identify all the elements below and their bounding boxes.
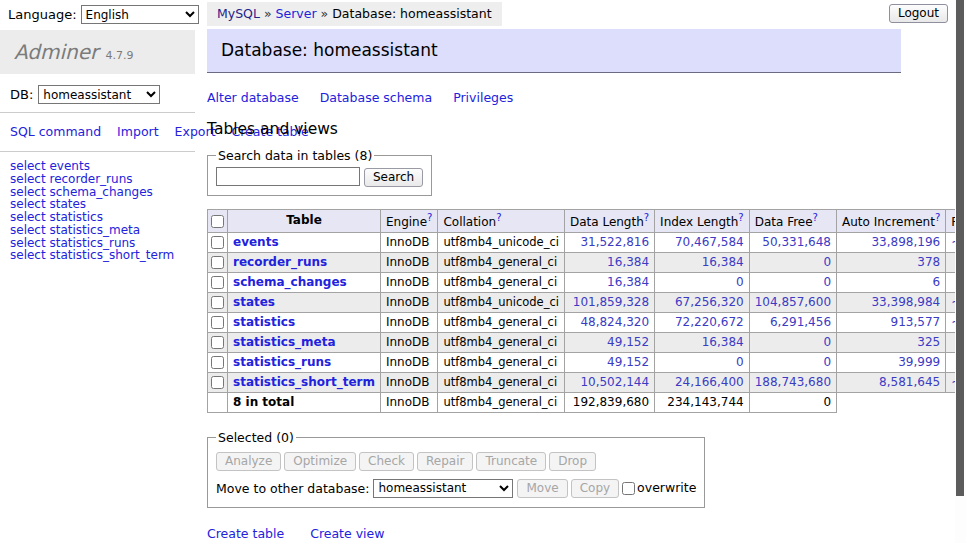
create-table-link[interactable]: Create table xyxy=(207,526,284,541)
row-checkbox[interactable] xyxy=(211,276,224,289)
table-row: statistics_runs InnoDB utf8mb4_general_c… xyxy=(208,352,966,372)
table-total-row: 8 in total InnoDB utf8mb4_general_ci 192… xyxy=(208,392,966,412)
page-title: Database: homeassistant xyxy=(207,29,901,73)
language-select[interactable]: English xyxy=(81,5,199,24)
db-selector-row: DB:homeassistant xyxy=(0,74,195,112)
table-row: events InnoDB utf8mb4_unicode_ci 31,522,… xyxy=(208,232,966,252)
logout-button[interactable]: Logout xyxy=(889,4,948,23)
table-header-row: Table Engine? Collation? Data Length? In… xyxy=(208,209,966,232)
main-content: MySQL»Server»Database: homeassistant Dat… xyxy=(207,0,901,543)
sidebar-item-select-statistics-short-term[interactable]: select statistics_short_term xyxy=(10,249,185,262)
tables-overview-table: Table Engine? Collation? Data Length? In… xyxy=(207,209,966,413)
breadcrumb-separator: » xyxy=(321,6,329,21)
create-view-link[interactable]: Create view xyxy=(310,526,384,541)
database-action-links: Alter databaseDatabase schemaPrivileges xyxy=(207,90,901,105)
help-link[interactable]: ? xyxy=(935,212,940,223)
column-header-table: Table xyxy=(228,209,381,232)
search-fieldset: Search data in tables (8) Search xyxy=(207,148,432,196)
select-all-checkbox[interactable] xyxy=(211,215,224,228)
row-checkbox[interactable] xyxy=(211,256,224,269)
table-name-link[interactable]: statistics_runs xyxy=(233,355,331,369)
sidebar-actions: SQL commandImportExportCreate table xyxy=(0,113,195,151)
adminer-logo: Adminer xyxy=(14,40,98,64)
breadcrumb-mysql-link[interactable]: MySQL xyxy=(217,6,260,21)
move-button[interactable]: Move xyxy=(517,479,567,498)
row-checkbox[interactable] xyxy=(211,336,224,349)
sidebar-table-list: select events select recorder_runs selec… xyxy=(0,152,195,270)
column-header-collation: Collation? xyxy=(438,209,565,232)
database-schema-link[interactable]: Database schema xyxy=(320,90,432,105)
alter-database-link[interactable]: Alter database xyxy=(207,90,299,105)
breadcrumb: MySQL»Server»Database: homeassistant xyxy=(207,2,502,26)
tables-and-views-heading: Tables and views xyxy=(207,120,901,138)
repair-button[interactable]: Repair xyxy=(417,452,473,471)
brand-band: Adminer 4.7.9 xyxy=(0,30,195,74)
overwrite-checkbox[interactable] xyxy=(622,482,635,495)
adminer-version: 4.7.9 xyxy=(105,49,133,62)
sidebar-link-sql-command[interactable]: SQL command xyxy=(10,124,101,139)
table-row: statistics_meta InnoDB utf8mb4_general_c… xyxy=(208,332,966,352)
move-row: Move to other database:homeassistantMove… xyxy=(216,479,696,499)
column-header-auto-increment: Auto Increment? xyxy=(837,209,946,232)
analyze-button[interactable]: Analyze xyxy=(216,452,281,471)
table-name-link[interactable]: recorder_runs xyxy=(233,255,327,269)
help-link[interactable]: ? xyxy=(496,212,501,223)
table-row: statistics_short_term InnoDB utf8mb4_gen… xyxy=(208,372,966,392)
sidebar-item-select-recorder-runs[interactable]: select recorder_runs xyxy=(10,173,185,186)
sidebar-item-select-statistics[interactable]: select statistics xyxy=(10,211,185,224)
table-row: schema_changes InnoDB utf8mb4_general_ci… xyxy=(208,272,966,292)
db-select[interactable]: homeassistant xyxy=(38,85,160,104)
truncate-button[interactable]: Truncate xyxy=(476,452,546,471)
column-header-engine: Engine? xyxy=(380,209,437,232)
breadcrumb-current: Database: homeassistant xyxy=(332,6,491,21)
optimize-button[interactable]: Optimize xyxy=(284,452,356,471)
select-all-cell xyxy=(208,209,228,232)
language-label: Language: xyxy=(8,7,77,22)
row-checkbox[interactable] xyxy=(211,236,224,249)
table-row: statistics InnoDB utf8mb4_general_ci 48,… xyxy=(208,312,966,332)
move-db-select[interactable]: homeassistant xyxy=(373,479,513,498)
help-link[interactable]: ? xyxy=(644,212,649,223)
search-button[interactable]: Search xyxy=(364,168,423,187)
scrollbar-thumb[interactable] xyxy=(956,0,964,496)
row-checkbox[interactable] xyxy=(211,296,224,309)
help-link[interactable]: ? xyxy=(738,212,743,223)
sidebar: Language:English Adminer 4.7.9 DB:homeas… xyxy=(0,0,195,270)
breadcrumb-server-link[interactable]: Server xyxy=(276,6,317,21)
sidebar-link-import[interactable]: Import xyxy=(117,124,159,139)
db-label: DB: xyxy=(10,87,33,102)
vertical-scrollbar[interactable] xyxy=(955,0,966,543)
search-legend: Search data in tables (8) xyxy=(216,148,374,163)
table-row: recorder_runs InnoDB utf8mb4_general_ci … xyxy=(208,252,966,272)
table-name-link[interactable]: schema_changes xyxy=(233,275,347,289)
column-header-data-length: Data Length? xyxy=(564,209,654,232)
move-label: Move to other database: xyxy=(216,480,369,495)
table-name-link[interactable]: statistics_meta xyxy=(233,335,336,349)
selected-buttons-row: AnalyzeOptimizeCheckRepairTruncateDrop xyxy=(216,452,696,471)
row-checkbox[interactable] xyxy=(211,316,224,329)
selected-fieldset: Selected (0) AnalyzeOptimizeCheckRepairT… xyxy=(207,430,705,509)
breadcrumb-separator: » xyxy=(264,6,272,21)
help-link[interactable]: ? xyxy=(427,212,432,223)
check-button[interactable]: Check xyxy=(359,452,414,471)
search-input[interactable] xyxy=(216,167,360,186)
help-link[interactable]: ? xyxy=(813,212,818,223)
total-label: 8 in total xyxy=(228,392,381,412)
drop-button[interactable]: Drop xyxy=(549,452,596,471)
create-links-row: Create tableCreate view xyxy=(207,526,901,541)
table-name-link[interactable]: statistics xyxy=(233,315,295,329)
table-row: states InnoDB utf8mb4_unicode_ci 101,859… xyxy=(208,292,966,312)
language-row: Language:English xyxy=(8,5,199,24)
column-header-data-free: Data Free? xyxy=(749,209,836,232)
privileges-link[interactable]: Privileges xyxy=(453,90,513,105)
selected-legend: Selected (0) xyxy=(216,430,296,445)
copy-button[interactable]: Copy xyxy=(571,479,619,498)
sidebar-item-select-statistics-meta[interactable]: select statistics_meta xyxy=(10,224,185,237)
table-name-link[interactable]: events xyxy=(233,235,279,249)
table-name-link[interactable]: states xyxy=(233,295,275,309)
table-name-link[interactable]: statistics_short_term xyxy=(233,375,375,389)
row-checkbox[interactable] xyxy=(211,376,224,389)
overwrite-label: overwrite xyxy=(637,480,696,495)
column-header-index-length: Index Length? xyxy=(655,209,750,232)
row-checkbox[interactable] xyxy=(211,356,224,369)
